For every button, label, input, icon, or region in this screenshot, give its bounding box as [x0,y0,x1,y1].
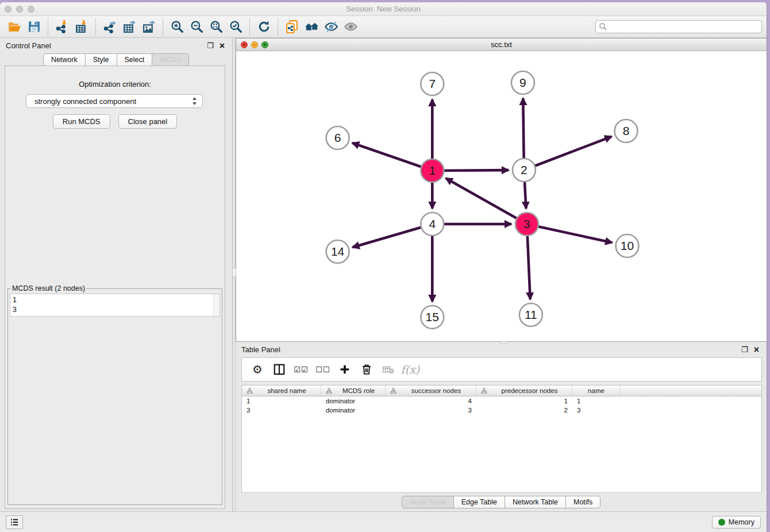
cell-successor-nodes[interactable]: 4 [386,398,476,404]
combo-stepper-icon [191,97,198,106]
column-type-icon [390,388,396,394]
network-title: scc.txt [236,40,767,49]
network-graph-svg[interactable]: 7968124314101511 [236,51,767,341]
import-table-button[interactable] [72,18,91,36]
memory-label: Memory [729,518,754,526]
clone-network-button[interactable] [282,18,302,36]
select-all-columns-button[interactable]: ☑☑ [291,360,311,379]
table-toolbar: ⚙ ☑☑ ☐☐ [241,357,762,381]
table-panel-header: Table Panel ❐ × [236,344,767,356]
import-network-icon [55,20,70,34]
export-table-button[interactable] [120,18,139,36]
vertical-splitter[interactable] [232,38,236,511]
run-mcds-button[interactable]: Run MCDS [53,114,110,129]
criterion-select[interactable]: strongly connected component [26,94,203,108]
graph-edge-1-6[interactable] [352,143,432,171]
graph-edge-3-10[interactable] [527,224,612,242]
close-panel-button[interactable]: Close panel [118,114,178,129]
control-panel-close-button[interactable]: × [217,42,228,49]
cell-predecessor-nodes[interactable]: 2 [476,407,572,414]
trash-icon [360,363,373,376]
column-header-shared-name[interactable]: shared name [242,385,321,396]
toolbar-separator [163,18,163,36]
graph-node-label-2: 2 [521,163,528,176]
mcds-result-list[interactable]: 1 3 [10,294,220,317]
table-row[interactable]: 3 dominator 3 2 3 [242,406,761,415]
graph-node-label-14: 14 [331,245,345,258]
function-builder-button[interactable]: f(x) [401,360,420,379]
window-titlebar: Session: New Session [0,2,767,16]
import-table-icon [75,20,89,34]
cell-name[interactable]: 1 [572,398,621,404]
cell-name[interactable]: 3 [572,407,621,414]
open-file-button[interactable] [5,18,24,36]
add-column-button[interactable] [335,360,355,379]
tab-node-table[interactable]: Node Table [402,496,454,508]
graph-edge-2-8[interactable] [524,137,611,170]
refresh-view-button[interactable] [254,18,274,36]
splitter-grip[interactable] [501,341,507,344]
mcds-buttons-row: Run MCDS Close panel [5,114,225,129]
import-network-button[interactable] [52,18,72,36]
graph-node-label-8: 8 [623,124,630,137]
graph-node-label-11: 11 [525,308,537,321]
table-panel-float-button[interactable]: ❐ [738,345,751,354]
control-panel-float-button[interactable]: ❐ [204,41,217,50]
save-session-button[interactable] [24,18,44,36]
cell-shared-name[interactable]: 3 [242,407,321,414]
plus-icon [338,363,351,376]
zoom-out-button[interactable] [187,18,206,36]
column-header-name[interactable]: name [572,385,621,396]
tab-select[interactable]: Select [117,53,153,66]
toolbar-separator [48,18,48,36]
network-canvas[interactable]: 7968124314101511 [236,51,767,341]
tab-network[interactable]: Network [43,53,86,66]
cell-mcds-role[interactable]: dominator [321,398,386,404]
memory-button[interactable]: Memory [712,516,761,529]
export-network-button[interactable] [100,18,120,36]
zoom-out-icon [190,20,204,34]
tab-style[interactable]: Style [86,53,117,66]
zoom-fit-button[interactable] [206,18,226,36]
zoom-in-icon [170,20,184,34]
table-panel-close-button[interactable]: × [751,346,762,353]
column-header-predecessor-nodes[interactable]: predecessor nodes [476,385,572,396]
first-neighbors-button[interactable] [302,18,321,36]
column-type-icon [326,388,332,394]
eye-icon [344,20,358,34]
result-scrollbar[interactable] [213,294,220,316]
horizontal-splitter[interactable] [236,342,767,344]
cell-mcds-role[interactable]: dominator [321,407,386,414]
export-image-button[interactable] [139,18,159,36]
show-all-button[interactable] [341,18,360,36]
tab-edge-table[interactable]: Edge Table [454,496,505,508]
window-title: Session: New Session [0,5,767,13]
delete-table-button[interactable] [379,360,398,379]
column-header-successor-nodes[interactable]: successor nodes [386,385,476,396]
control-panel-header: Control Panel ❐ × [0,40,232,52]
tab-mcds[interactable]: MCDS [152,53,189,66]
show-columns-button[interactable] [270,360,289,379]
open-folder-icon [7,20,22,34]
tab-network-table[interactable]: Network Table [505,496,566,508]
column-header-mcds-role[interactable]: MCDS role [321,385,386,396]
task-history-button[interactable] [6,515,23,529]
search-input[interactable] [595,20,762,33]
splitter-grip[interactable] [232,268,236,277]
cell-predecessor-nodes[interactable]: 1 [476,398,572,404]
deselect-all-columns-button[interactable]: ☐☐ [313,360,333,379]
cell-shared-name[interactable]: 1 [242,398,321,404]
zoom-selected-button[interactable] [226,18,245,36]
toolbar-separator [249,18,250,36]
zoom-in-button[interactable] [167,18,187,36]
delete-column-button[interactable] [357,360,376,379]
hide-selected-button[interactable] [321,18,341,36]
table-row[interactable]: 1 dominator 4 1 1 [242,396,761,406]
cell-successor-nodes[interactable]: 3 [386,407,476,414]
refresh-icon [257,20,271,34]
graph-edge-4-14[interactable] [352,224,432,247]
table-settings-button[interactable]: ⚙ [248,360,267,379]
tab-motifs[interactable]: Motifs [566,496,600,508]
graph-edge-3-1[interactable] [446,178,527,224]
toolbar-separator [278,18,278,36]
